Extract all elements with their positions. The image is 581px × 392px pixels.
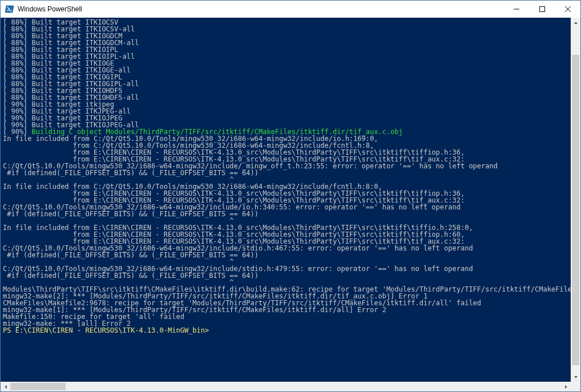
svg-rect-0 <box>539 7 544 12</box>
terminal-output[interactable]: [ 88%] Built target ITKIOCSV[ 88%] Built… <box>1 18 571 382</box>
close-button[interactable] <box>555 1 580 18</box>
titlebar[interactable]: Windows PowerShell <box>1 1 580 18</box>
scroll-left-button[interactable] <box>1 382 10 391</box>
scroll-up-button[interactable] <box>571 18 580 27</box>
horizontal-scrollbar[interactable] <box>1 382 580 391</box>
horizontal-scroll-track[interactable] <box>10 382 561 391</box>
scroll-right-button[interactable] <box>561 382 571 391</box>
scrollbar-corner <box>571 382 580 391</box>
scroll-down-button[interactable] <box>571 372 580 382</box>
maximize-button[interactable] <box>529 1 555 18</box>
vertical-scrollbar[interactable] <box>571 18 580 382</box>
terminal-line: PS E:\CIREN\CIREN - RECURSOS\ITK-4.13.0-… <box>3 327 568 334</box>
terminal-area: [ 88%] Built target ITKIOCSV[ 88%] Built… <box>1 18 580 382</box>
powershell-icon <box>5 5 14 14</box>
horizontal-scroll-thumb[interactable] <box>10 383 66 390</box>
powershell-window: Windows PowerShell [ 88%] Built target I… <box>0 0 581 392</box>
window-title: Windows PowerShell <box>18 5 503 13</box>
vertical-scroll-thumb[interactable] <box>572 55 579 365</box>
minimize-button[interactable] <box>503 1 529 18</box>
vertical-scroll-track[interactable] <box>571 27 580 372</box>
window-controls <box>503 1 580 18</box>
